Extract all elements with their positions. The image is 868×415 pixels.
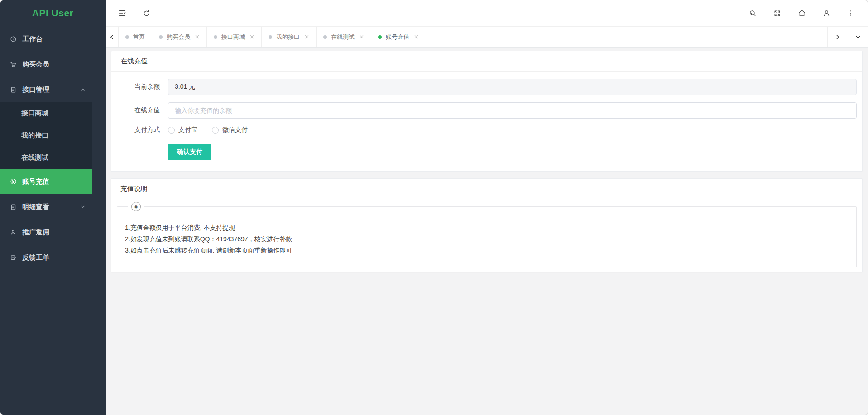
recharge-notice-card: 充值说明 ¥ 1.充值金额仅用于平台消费, 不支持提现 2.如发现充值未到账请联… <box>111 178 863 272</box>
person-icon <box>10 229 17 236</box>
sidebar-item-label: 接口管理 <box>22 86 49 94</box>
tab-dot <box>269 35 272 39</box>
recharge-form: 当前余额 在线充值 支付方式 支付宝 <box>111 72 862 171</box>
sidebar-submenu-api-management: 接口商城 我的接口 在线测试 <box>0 102 92 169</box>
chevron-up-icon <box>80 87 86 92</box>
dashboard-icon <box>10 36 17 43</box>
tabs-scroll-right-icon[interactable] <box>827 27 848 47</box>
tab-dot <box>378 35 382 39</box>
close-icon[interactable] <box>414 34 419 39</box>
sidebar-menu: 工作台 购买会员 接口管理 接口商城 <box>0 26 92 270</box>
more-vertical-icon[interactable] <box>847 10 854 17</box>
tab-label: 首页 <box>133 33 145 41</box>
tab-account-recharge[interactable]: 账号充值 <box>371 27 426 47</box>
sidebar-item-label: 推广返佣 <box>22 228 49 237</box>
radio-circle-icon[interactable] <box>212 127 219 134</box>
radio-wechat-pay[interactable]: 微信支付 <box>212 126 248 134</box>
tabs-scroll-left-icon[interactable] <box>106 27 118 47</box>
sidebar-item-label: 购买会员 <box>22 60 49 69</box>
radio-circle-icon[interactable] <box>168 127 175 134</box>
tab-label: 账号充值 <box>386 33 409 41</box>
tab-online-test[interactable]: 在线测试 <box>317 27 371 47</box>
tab-home[interactable]: 首页 <box>118 27 152 47</box>
radio-alipay[interactable]: 支付宝 <box>168 126 197 134</box>
yen-circle-icon <box>10 178 17 185</box>
payment-options: 支付宝 微信支付 <box>168 126 248 134</box>
sidebar-item-detail-view[interactable]: 明细查看 <box>0 194 92 219</box>
sidebar-item-label: 我的接口 <box>21 131 48 140</box>
tab-dot <box>125 35 129 39</box>
balance-label: 当前余额 <box>134 83 163 91</box>
tabs-menu-dropdown-icon[interactable] <box>848 27 868 47</box>
document-icon <box>10 86 17 93</box>
refresh-icon[interactable] <box>143 10 150 17</box>
sidebar-item-label: 接口商城 <box>21 109 48 118</box>
sidebar-item-label: 在线测试 <box>21 153 48 162</box>
tab-dot <box>214 35 217 39</box>
top-header <box>106 0 868 26</box>
tab-label: 购买会员 <box>167 33 190 41</box>
confirm-payment-button[interactable]: 确认支付 <box>168 144 211 160</box>
document-icon <box>10 204 17 210</box>
card-title: 在线充值 <box>111 51 862 72</box>
tab-buy-membership[interactable]: 购买会员 <box>152 27 207 47</box>
app-window: API User 工作台 购买会员 接口管理 <box>0 0 868 415</box>
sidebar-item-account-recharge[interactable]: 账号充值 <box>0 169 92 194</box>
chevron-down-icon <box>80 204 86 210</box>
sidebar-item-promotion-rebate[interactable]: 推广返佣 <box>0 219 92 245</box>
notice-legend: ¥ <box>128 202 144 211</box>
search-icon[interactable] <box>749 10 757 17</box>
tab-label: 接口商城 <box>221 33 245 41</box>
sidebar: API User 工作台 购买会员 接口管理 <box>0 0 106 415</box>
sidebar-item-workbench[interactable]: 工作台 <box>0 26 92 52</box>
online-recharge-card: 在线充值 当前余额 在线充值 支付方式 <box>111 51 863 172</box>
sidebar-item-label: 账号充值 <box>22 177 49 186</box>
sidebar-item-label: 工作台 <box>22 35 43 43</box>
notice-body: ¥ 1.充值金额仅用于平台消费, 不支持提现 2.如发现充值未到账请联系QQ：4… <box>111 199 862 272</box>
yen-circle-icon: ¥ <box>131 202 141 211</box>
tab-api-mall[interactable]: 接口商城 <box>207 27 262 47</box>
home-icon[interactable] <box>798 9 806 17</box>
sidebar-item-online-test[interactable]: 在线测试 <box>0 147 92 169</box>
feedback-icon <box>10 254 17 261</box>
tab-dot <box>323 35 327 39</box>
sidebar-item-api-management[interactable]: 接口管理 <box>0 77 92 102</box>
main-area: 首页 购买会员 接口商城 我的接口 <box>106 0 868 415</box>
balance-row: 当前余额 <box>134 79 857 95</box>
menu-collapse-icon[interactable] <box>118 9 126 17</box>
close-icon[interactable] <box>304 34 309 39</box>
sidebar-item-buy-membership[interactable]: 购买会员 <box>0 52 92 77</box>
sidebar-item-feedback-ticket[interactable]: 反馈工单 <box>0 245 92 270</box>
notice-line: 1.充值金额仅用于平台消费, 不支持提现 <box>125 222 847 234</box>
card-title: 充值说明 <box>111 179 862 199</box>
page-content: 在线充值 当前余额 在线充值 支付方式 <box>106 48 868 415</box>
cart-icon <box>10 61 17 68</box>
tab-label: 我的接口 <box>276 33 300 41</box>
sidebar-item-label: 明细查看 <box>22 203 49 211</box>
amount-row: 在线充值 <box>134 102 857 119</box>
radio-label: 支付宝 <box>178 126 197 134</box>
amount-label: 在线充值 <box>134 106 163 114</box>
sidebar-item-label: 反馈工单 <box>22 253 49 262</box>
payment-method-row: 支付方式 支付宝 微信支付 <box>134 126 857 134</box>
current-balance-field <box>168 79 857 95</box>
tab-label: 在线测试 <box>331 33 355 41</box>
app-logo: API User <box>0 0 106 26</box>
tabbar-spacer <box>426 27 827 47</box>
close-icon[interactable] <box>249 34 254 39</box>
tab-bar: 首页 购买会员 接口商城 我的接口 <box>106 26 868 48</box>
payment-method-label: 支付方式 <box>134 126 163 134</box>
sidebar-item-my-api[interactable]: 我的接口 <box>0 124 92 147</box>
notice-box: ¥ 1.充值金额仅用于平台消费, 不支持提现 2.如发现充值未到账请联系QQ：4… <box>117 206 857 267</box>
user-icon[interactable] <box>823 10 830 17</box>
sidebar-item-api-mall[interactable]: 接口商城 <box>0 102 92 124</box>
notice-line: 3.如点击充值后未跳转充值页面, 请刷新本页面重新操作即可 <box>125 245 847 256</box>
fullscreen-icon[interactable] <box>773 10 781 17</box>
tab-my-api[interactable]: 我的接口 <box>262 27 317 47</box>
notice-line: 2.如发现充值未到账请联系QQ：419437697，核实进行补款 <box>125 234 847 245</box>
close-icon[interactable] <box>195 34 200 39</box>
recharge-amount-input[interactable] <box>168 102 857 119</box>
close-icon[interactable] <box>359 34 364 39</box>
tab-dot <box>159 35 163 39</box>
radio-label: 微信支付 <box>222 126 248 134</box>
